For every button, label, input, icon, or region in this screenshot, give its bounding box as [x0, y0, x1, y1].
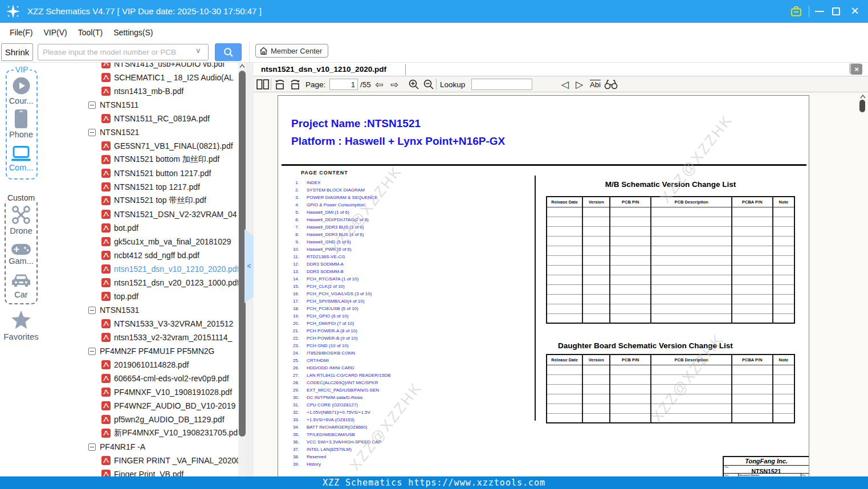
collapse-minus-icon[interactable]	[88, 348, 96, 355]
sidebar-item-label: Com...	[1, 163, 42, 172]
sidebar-item-computer[interactable]: Com...	[1, 146, 42, 172]
scroll-up-icon[interactable]	[860, 95, 866, 99]
divider-rule	[282, 164, 806, 166]
member-center-label: Member Center	[271, 47, 322, 55]
tree-file[interactable]: Finger Print_VB.pdf	[43, 467, 238, 476]
document-tab[interactable]: ntsn1521_dsn_v10_1210_2020.pdf	[261, 63, 386, 76]
tree-file[interactable]: FINGER PRINT _VA_FINAL_20200	[43, 454, 238, 467]
match-case-icon[interactable]: Abi	[590, 76, 601, 92]
next-page-icon[interactable]: ⇨	[390, 76, 398, 92]
binoculars-search-icon[interactable]	[604, 76, 618, 92]
tree-file[interactable]: ntsn1521_dsn_v10_1210_2020.pdf	[43, 262, 238, 276]
tree-file[interactable]: 606654-cml-eds-vol2-rev0p9.pdf	[43, 372, 238, 385]
menu-item[interactable]: VIP(V)	[43, 28, 67, 37]
tree-file[interactable]: SCHEMATIC1 _ 18_I2S Audio(AL	[43, 71, 238, 84]
sidebar-item-drone[interactable]: Drone	[1, 205, 42, 235]
search-button[interactable]	[215, 43, 242, 61]
sidebar-item-car[interactable]: Car	[1, 274, 42, 299]
chevron-down-icon[interactable]: ∨	[195, 46, 201, 55]
table-cell	[732, 294, 773, 304]
find-previous-icon[interactable]: ◁	[561, 76, 569, 92]
table-cell	[651, 207, 731, 217]
collapse-minus-icon[interactable]	[88, 101, 96, 109]
tree-file[interactable]: ntsn1413_mb-B.pdf	[43, 84, 238, 98]
sidebar-item-games[interactable]: Gam...	[1, 244, 42, 266]
toc-entry-text: PCH_PCIE/USB (5 of 10)	[307, 306, 358, 311]
tree-file[interactable]: NTSN1533_V3-32VRAM_201512	[43, 317, 238, 331]
page-number-input[interactable]	[329, 79, 358, 90]
scroll-up-icon[interactable]	[239, 64, 245, 68]
tree-file[interactable]: pf5wn2g_AUDIO_DB_1129.pdf	[43, 413, 238, 426]
toc-entry-number: 23.	[286, 343, 299, 348]
table-cell	[610, 207, 651, 217]
tree-file[interactable]: NTSN1521_DSN_V2-32VRAM_04	[43, 207, 238, 221]
tree-file[interactable]: NTSN1413_usb+AUDIO vb.pdf	[43, 63, 238, 71]
collapse-minus-icon[interactable]	[88, 129, 96, 136]
sidebar-item-favorites[interactable]: Favorites	[1, 311, 42, 341]
tree-folder[interactable]: NTSN1511	[43, 98, 238, 112]
toc-entry-text: Haswell_PWR (6 of 6)	[307, 247, 352, 252]
tree-folder[interactable]: NTSN1521	[43, 125, 238, 139]
lookup-input[interactable]	[471, 79, 532, 90]
find-next-icon[interactable]: ▷	[576, 76, 583, 92]
previous-page-icon[interactable]: ⇦	[375, 76, 383, 92]
viewer-scrollbar-thumb[interactable]	[859, 100, 865, 112]
zoom-out-icon[interactable]	[423, 76, 434, 92]
close-button[interactable]: ×	[847, 3, 862, 18]
minimize-button[interactable]	[815, 11, 824, 12]
model-search-input[interactable]	[38, 44, 209, 60]
sidebar-item-phone[interactable]: Phone	[1, 109, 42, 139]
tree-folder[interactable]: PF4NR1F -A	[43, 440, 238, 454]
table-cell	[610, 365, 651, 374]
toc-entry-number: 35.	[286, 432, 299, 437]
tree-file[interactable]: NTSN1521 button 1217.pdf	[43, 166, 238, 180]
tree-file[interactable]: bot.pdf	[43, 221, 238, 235]
two-page-view-icon[interactable]	[256, 76, 269, 92]
toc-entry-number: 36.	[286, 439, 299, 445]
toc-entry-text: PCH_DMI/FDI (7 of 10)	[307, 321, 354, 326]
tree-file[interactable]: ntsn1521_dsn_v20_0123_1000.pdf	[43, 276, 238, 290]
tree-file[interactable]: NTSN1521 top 1217.pdf	[43, 180, 238, 194]
menu-item[interactable]: File(F)	[10, 28, 32, 37]
menu-item[interactable]: Tool(T)	[78, 28, 103, 37]
pdf-file-icon	[101, 63, 111, 68]
tree-file[interactable]: NTSN1511_RC_0819A.pdf	[43, 112, 238, 125]
table-cell	[547, 284, 582, 294]
collapse-minus-icon[interactable]	[88, 307, 96, 314]
pdf-file-icon	[101, 114, 111, 123]
rotate-right-icon[interactable]	[289, 76, 301, 92]
tree-file[interactable]: NTSN1521 top 带丝印.pdf	[43, 194, 238, 207]
toc-entry-text: Reserved	[307, 454, 326, 459]
toc-entry-text: +1.5VS/+5VA (OZ8153)	[307, 417, 354, 422]
table-cell	[610, 313, 651, 323]
maximize-button[interactable]	[832, 7, 840, 15]
tree-folder[interactable]: NTSN1531	[43, 303, 238, 317]
member-center-button[interactable]: Member Center	[255, 44, 328, 58]
tree-file[interactable]: PF4MNXF_V10_1908191028.pdf	[43, 385, 238, 399]
table-cell	[732, 313, 773, 323]
tree-file[interactable]: ncbt412 sdd_ngff bd.pdf	[43, 248, 238, 262]
table-cell	[651, 394, 731, 404]
briefcase-icon[interactable]	[790, 5, 802, 18]
rotate-left-icon[interactable]	[274, 76, 286, 92]
collapse-minus-icon[interactable]	[88, 443, 96, 451]
tree-file[interactable]: ntsn1533_v2-32vram_20151114_	[43, 331, 238, 344]
tree-folder[interactable]: PF4MN2F PF4MU1F PF5MN2G	[43, 344, 238, 358]
menu-item[interactable]: Settings(S)	[113, 28, 153, 37]
table-column-header: Note	[773, 354, 794, 365]
close-tab-icon[interactable]: ×	[851, 64, 862, 75]
pdf-file-icon	[101, 319, 111, 328]
toc-entry: 18.PCH_PCIE/USB (5 of 10)	[286, 305, 531, 312]
toc-entry-number: 4.	[286, 202, 299, 207]
zoom-in-icon[interactable]	[408, 76, 419, 92]
tree-file[interactable]: PF4WN2F_AUDIO_BD_V10-2019	[43, 399, 238, 413]
tree-file[interactable]: GE5SN71_VB1_FINAL(0821).pdf	[43, 139, 238, 153]
tree-file[interactable]: NTSN1521 bottom 加丝印.pdf	[43, 153, 238, 166]
collapse-panel-handle[interactable]: <	[244, 229, 254, 303]
sidebar-item-courses[interactable]: Cour...	[1, 77, 42, 105]
tree-file[interactable]: gk5cu1x_mb_va_final_20181029	[43, 235, 238, 248]
shrink-button[interactable]: Shrink	[1, 43, 33, 61]
tree-file[interactable]: top.pdf	[43, 290, 238, 303]
tree-file[interactable]: 20190610114828.pdf	[43, 358, 238, 372]
tree-file[interactable]: 新PF4MNXF_V10_1908231705.pdf	[43, 426, 238, 440]
